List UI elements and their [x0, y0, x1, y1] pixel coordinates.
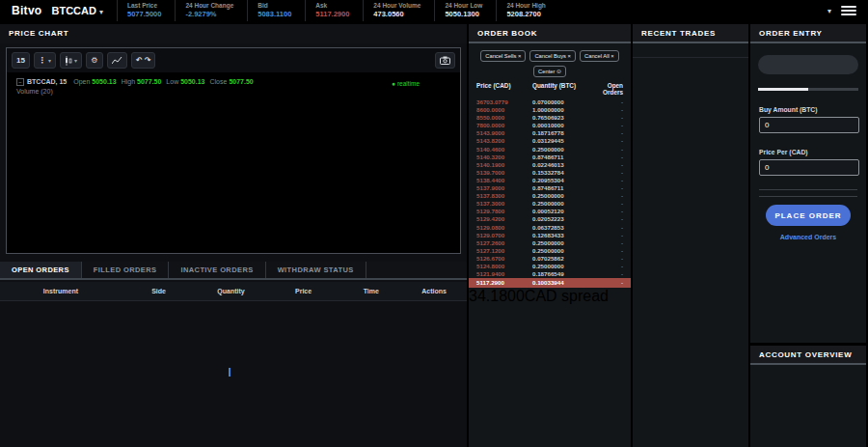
ob-price: 36703.0779 [476, 98, 532, 106]
stat-value: -2.9279% [185, 10, 233, 18]
order-book-row[interactable]: 36703.07790.07000000- [469, 98, 631, 106]
order-book-row[interactable]: 5129.08000.06372853- [469, 224, 631, 232]
spread-row: 34.1800CAD spread [469, 288, 631, 305]
orders-col-actions: Actions [401, 288, 467, 294]
ob-col-quantity-btc: Quantity (BTC) [532, 82, 598, 96]
settings-button[interactable]: ⚙ [86, 52, 103, 69]
ohlc-label: Close [210, 78, 228, 85]
order-book-row[interactable]: 5137.30000.25000000- [469, 200, 631, 208]
ob-price: 8550.0000 [476, 114, 532, 122]
orders-col-quantity: Quantity [196, 288, 266, 294]
ob-qty: 0.10033944 [532, 278, 598, 288]
order-book-row[interactable]: 5126.67000.07025862- [469, 255, 631, 263]
ob-open-orders: - [598, 169, 623, 177]
chevron-down-icon: ▾ [48, 57, 51, 64]
chart-style-button[interactable]: ▾ [60, 52, 82, 69]
text-cursor [229, 368, 231, 377]
tab-withdraw-status[interactable]: WITHDRAW STATUS [266, 262, 366, 278]
order-book-row[interactable]: 5143.90000.18716778- [469, 129, 631, 137]
ob-price: 5117.2900 [476, 278, 532, 288]
buy-amount-input[interactable] [759, 117, 859, 133]
order-book-row[interactable]: 5129.42000.02052223- [469, 215, 631, 223]
camera-icon [440, 56, 450, 65]
order-book-row[interactable]: 5124.80000.25000000- [469, 263, 631, 270]
ob-open-orders: - [598, 114, 623, 122]
order-book-row[interactable]: 5140.19000.02246013- [469, 161, 631, 169]
order-book-row[interactable]: 5140.46000.25000000- [469, 146, 631, 154]
ob-qty: 0.25000000 [532, 200, 598, 208]
cancel-all-button[interactable]: Cancel All × [580, 50, 619, 62]
center-button[interactable]: Center ⊙ [533, 66, 566, 77]
ob-price: 5137.8300 [476, 192, 532, 200]
order-book-row[interactable]: 5117.29000.10033944- [469, 278, 631, 288]
collapse-icon[interactable]: − [16, 78, 24, 86]
screenshot-button[interactable] [435, 52, 455, 69]
ob-price: 5138.4400 [476, 177, 532, 184]
compare-button[interactable]: ⋮▾ [34, 52, 56, 69]
ob-price: 5129.4200 [476, 215, 532, 223]
undo-icon: ↶ [136, 56, 143, 65]
stat-label: 24 Hour Low [445, 2, 482, 10]
order-book-row[interactable]: 5139.70000.15332784- [469, 169, 631, 177]
price-per-label: Price Per (CAD) [759, 149, 857, 155]
ob-open-orders: - [598, 232, 623, 239]
orders-col-side: Side [122, 288, 196, 294]
cancel-buys-button[interactable]: Cancel Buys × [529, 50, 576, 62]
ob-qty: 0.02246013 [532, 161, 598, 169]
order-book-row[interactable]: 5129.78000.00052120- [469, 208, 631, 215]
chevron-down-icon[interactable]: ▾ [827, 7, 831, 15]
stat-value: 5050.1300 [445, 10, 482, 18]
ob-qty: 0.06372853 [532, 224, 598, 232]
price-per-input[interactable] [759, 159, 859, 176]
indicators-icon [112, 56, 122, 65]
advanced-orders-link[interactable]: Advanced Orders [750, 234, 866, 240]
undo-redo-button[interactable]: ↶↷ [131, 52, 155, 69]
ob-qty: 0.07000000 [532, 98, 598, 106]
pair-selector[interactable]: BTCCAD▾ [52, 5, 117, 16]
order-book-row[interactable]: 5140.32000.87486711- [469, 154, 631, 161]
realtime-indicator: ● realtime [392, 80, 420, 87]
order-book-row[interactable]: 5143.82000.03129445- [469, 137, 631, 145]
candlestick-chart[interactable] [7, 72, 460, 253]
recent-trades-header: RECENT TRADES [633, 24, 748, 43]
order-book-header: ORDER BOOK [469, 24, 631, 43]
ob-price: 8600.0000 [476, 106, 532, 114]
ob-price: 5139.7000 [476, 169, 532, 177]
recent-trades-list [633, 58, 748, 433]
chevron-down-icon: ▾ [74, 57, 77, 64]
tab-filled-orders[interactable]: FILLED ORDERS [82, 262, 170, 278]
interval-button[interactable]: 15 [12, 52, 30, 69]
stat-value: 473.0560 [373, 10, 420, 18]
ob-open-orders: - [598, 208, 623, 215]
cancel-sells-button[interactable]: Cancel Sells × [480, 50, 526, 62]
recent-trades-panel: RECENT TRADES [631, 24, 748, 447]
order-book-row[interactable]: 5138.44000.20955304- [469, 177, 631, 184]
order-book-row[interactable]: 7800.00000.00010000- [469, 122, 631, 129]
ob-open-orders: - [598, 239, 623, 247]
order-book-row[interactable]: 5127.12000.25000000- [469, 247, 631, 255]
tab-inactive-orders[interactable]: INACTIVE ORDERS [169, 262, 265, 278]
price-chart-header: PRICE CHART [0, 24, 467, 43]
place-order-button[interactable]: PLACE ORDER [766, 205, 851, 226]
ohlc-value: 5050.13 [180, 78, 204, 85]
order-book-row[interactable]: 8550.00000.76506923- [469, 114, 631, 122]
hamburger-menu-icon[interactable] [841, 6, 856, 15]
tab-open-orders[interactable]: OPEN ORDERS [0, 262, 82, 278]
order-book-row[interactable]: 5121.94000.18766549- [469, 270, 631, 278]
order-book-row[interactable]: 5129.07000.12683433- [469, 232, 631, 239]
ob-qty: 0.25000000 [532, 146, 598, 154]
pair-label: BTCCAD [52, 5, 96, 16]
chart-toolbar: 15 ⋮▾ ▾ ⚙ ↶↷ [7, 48, 460, 72]
chart-legend: −BTCCAD, 15 Open5050.13High5077.50Low505… [16, 78, 254, 95]
order-book-row[interactable]: 5137.90000.87486711- [469, 184, 631, 192]
order-book-row[interactable]: 8600.00001.00000000- [469, 106, 631, 114]
indicators-button[interactable] [107, 52, 127, 69]
recent-trades-columns [633, 43, 748, 58]
order-book-row[interactable]: 5127.26000.25000000- [469, 239, 631, 247]
topbar-stat-bid: Bid5083.1100 [247, 0, 305, 21]
order-book-row[interactable]: 5137.83000.25000000- [469, 192, 631, 200]
ob-price: 5140.1900 [476, 161, 532, 169]
dots-icon: ⋮ [39, 56, 46, 65]
legend-symbol: BTCCAD, 15 [27, 78, 67, 85]
ob-price: 5143.9000 [476, 129, 532, 137]
